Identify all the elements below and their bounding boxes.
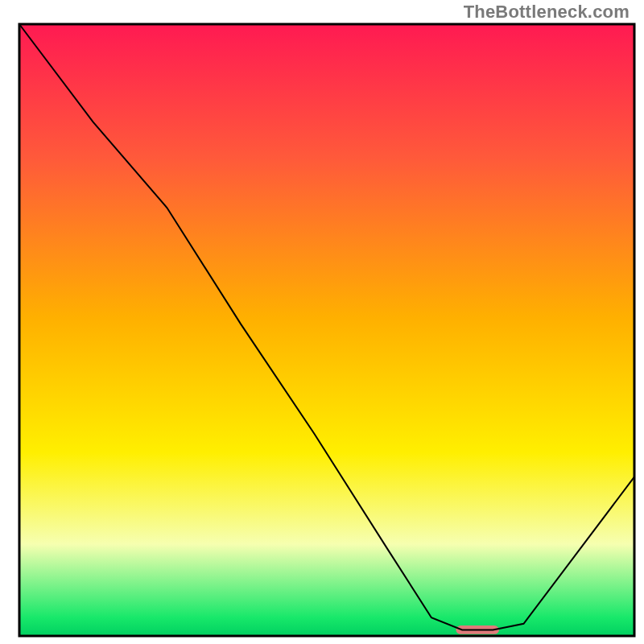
bottleneck-chart xyxy=(0,0,644,644)
plot-background xyxy=(19,24,634,636)
plot-area xyxy=(19,24,634,636)
chart-container: TheBottleneck.com xyxy=(0,0,644,644)
